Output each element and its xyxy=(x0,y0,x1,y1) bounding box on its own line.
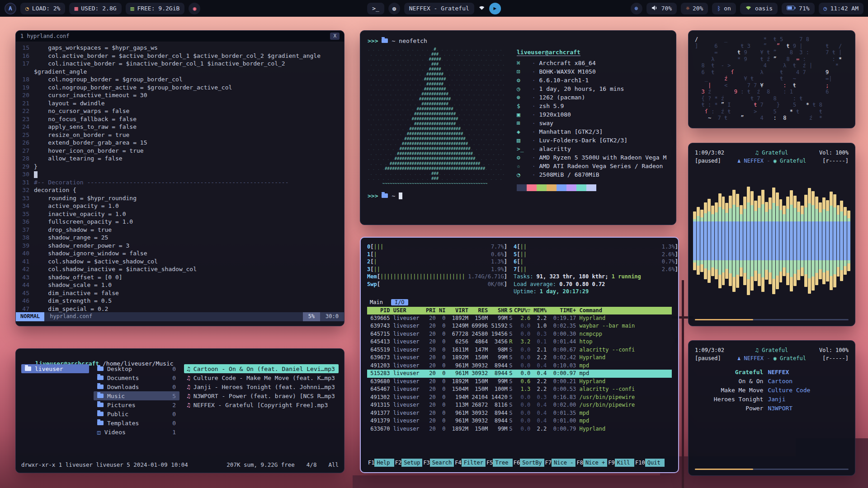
editor-line[interactable]: 31#-- Decoration -----------------------… xyxy=(16,179,344,187)
editor-line[interactable]: 40 shadow_ignore_window = false xyxy=(16,250,344,258)
playlist-item[interactable]: PowerN3WPORT xyxy=(695,405,849,414)
editor-line[interactable]: 24 apply_sens_to_raw = false xyxy=(16,123,344,131)
editor-line[interactable]: 33 rounding = $hypr_rounding xyxy=(16,195,344,203)
editor-line[interactable]: 22 no_cursor_warps = false xyxy=(16,108,344,116)
fkey-f2[interactable]: F2Setup xyxy=(394,459,423,467)
progress-bar[interactable] xyxy=(695,319,849,320)
fkey-f5[interactable]: F5Tree xyxy=(486,459,513,467)
archcraft-logo[interactable]: A xyxy=(5,3,16,14)
process-row[interactable]: 645467liveuser2001504M150M100MS1.32.20:0… xyxy=(367,385,672,394)
editor-line[interactable]: $gradient_angle xyxy=(16,68,344,76)
clock-widget[interactable]: ◷11:42 AM xyxy=(819,3,863,14)
editor-line[interactable]: 44 shadow_scale = 1.0 xyxy=(16,282,344,290)
network-globe-button[interactable]: ⊕ xyxy=(631,3,642,14)
editor-line[interactable]: 25 resize_on_border = true xyxy=(16,131,344,140)
process-row[interactable]: 491302liveuser200194M2410414420S0.00.30:… xyxy=(367,394,672,402)
send-button[interactable]: ▶ xyxy=(489,3,501,14)
editor-line[interactable]: 45 dim_inactive = false xyxy=(16,290,344,298)
process-row[interactable]: 645715liveuser200677282458019456S0.00.30… xyxy=(367,330,672,338)
fkey-f7[interactable]: F7Nice - xyxy=(544,459,576,467)
battery-widget[interactable]: 71% xyxy=(782,3,814,14)
editor-line[interactable]: 17 col.inactive_border = $inactive_borde… xyxy=(16,60,344,68)
file-row[interactable]: ♫N3WPORT - Power (feat. braev) [NCS R…mp… xyxy=(184,391,339,400)
editor-line[interactable]: 29} xyxy=(16,163,344,171)
load-widget[interactable]: ◔LOAD: 2% xyxy=(20,3,65,14)
editor-line[interactable]: 16 col.active_border = $active_border_co… xyxy=(16,52,344,61)
editor-line[interactable]: 15 gaps_workspaces = $hypr_gaps_ws xyxy=(16,44,344,52)
terminal-shortcut[interactable]: >_ xyxy=(367,3,384,14)
process-row[interactable]: 491315liveuser200113M268728116S0.00.40:0… xyxy=(367,401,672,409)
process-row[interactable]: 515283liveuser200961M309328944S0.00.40:0… xyxy=(367,370,672,378)
dir-row[interactable]: Pictures2 xyxy=(94,400,179,409)
playlist-item[interactable]: Make Me MoveCulture Code xyxy=(695,387,849,396)
editor-line[interactable]: 23 no_focus_fallback = false xyxy=(16,116,344,124)
playlist-item[interactable]: On & OnCartoon xyxy=(695,378,849,387)
process-row[interactable]: 639665liveuser2001892M150M99MS2.62.20:19… xyxy=(367,314,672,323)
volume-widget[interactable]: 70% xyxy=(646,3,677,14)
playlist-item[interactable]: GratefulNEFFEX xyxy=(695,369,849,378)
dir-row[interactable]: Public0 xyxy=(94,409,179,418)
tab-io[interactable]: I/O xyxy=(391,299,408,305)
close-button[interactable]: X xyxy=(330,33,340,40)
parent-dir-row[interactable]: liveuser xyxy=(21,364,89,373)
dir-row[interactable]: Desktop0 xyxy=(94,364,179,373)
process-row[interactable]: 645519liveuser2001611M147M98MS0.02.10:00… xyxy=(367,346,672,354)
process-row[interactable]: 491379liveuser200961M309328944S0.00.40:0… xyxy=(367,417,672,425)
fkey-f4[interactable]: F4Filter xyxy=(454,459,486,467)
process-row[interactable]: 491203liveuser200961M309328944S0.00.40:1… xyxy=(367,362,672,370)
dir-row[interactable]: Downloads0 xyxy=(94,382,179,391)
tab-main[interactable]: Main xyxy=(367,299,386,305)
progress-bar[interactable] xyxy=(695,469,849,470)
process-row[interactable]: 639673liveuser2001892M150M99MS0.02.20:02… xyxy=(367,354,672,362)
editor-line[interactable]: 20 cursor_inactive_timeout = 30 xyxy=(16,92,344,100)
editor-line[interactable]: 42 col.shadow_inactive = $inactive_shado… xyxy=(16,266,344,274)
file-row[interactable]: ♫Cartoon - On & On (feat. Daniel Levi…mp… xyxy=(184,364,339,373)
disk-widget[interactable]: ▥FREE: 9.2GiB xyxy=(126,3,185,14)
wifi-widget[interactable]: oasis xyxy=(740,3,778,14)
htop-header[interactable]: PIDUSERPRINIVIRTRESSHRSCPU%▽MEM%TIME+Com… xyxy=(367,307,672,314)
fkey-f10[interactable]: F10Quit xyxy=(634,459,665,467)
process-row[interactable]: 633670liveuser2001892M150M99MS0.02.20:00… xyxy=(367,425,672,433)
file-row[interactable]: ♫Janji - Heroes Tonight (feat. Johnni…mp… xyxy=(184,382,339,391)
fkey-f9[interactable]: F9Kill xyxy=(607,459,634,467)
process-row[interactable]: 639680liveuser2001892M150M99MS0.62.20:00… xyxy=(367,378,672,386)
file-row[interactable]: ♫Culture Code - Make Me Move (feat. K…mp… xyxy=(184,373,339,382)
playlist-item[interactable]: Heroes TonightJanji xyxy=(695,396,849,405)
dir-row[interactable]: Templates0 xyxy=(94,418,179,427)
fkey-f8[interactable]: F8Nice + xyxy=(576,459,607,467)
process-row[interactable]: 639743liveuser2001249M6999651592S0.01.00… xyxy=(367,322,672,330)
dir-row[interactable]: ◫Videos1 xyxy=(94,427,179,436)
now-playing-widget[interactable]: NEFFEX - Grateful xyxy=(404,3,474,14)
editor-line[interactable]: 41 col.shadow = $active_shadow_col xyxy=(16,258,344,266)
dir-row[interactable]: Documents0 xyxy=(94,373,179,382)
fkey-f1[interactable]: F1Help xyxy=(367,459,394,467)
editor-line[interactable]: 38 shadow_range = 25 xyxy=(16,234,344,242)
editor-line[interactable]: 37 drop_shadow = true xyxy=(16,226,344,235)
fkey-f6[interactable]: F6SortBy xyxy=(513,459,544,467)
editor-line[interactable]: 43 shadow_offset = [0 0] xyxy=(16,274,344,282)
wifi-icon[interactable] xyxy=(478,5,485,12)
editor-line[interactable]: 18 col.nogroup_border = $group_border_co… xyxy=(16,76,344,84)
editor-line[interactable]: 34 active_opacity = 1.0 xyxy=(16,202,344,211)
eye-toggle[interactable]: ◉ xyxy=(189,3,200,14)
editor-line[interactable]: 30 xyxy=(16,171,344,179)
fkey-f3[interactable]: F3Search xyxy=(422,459,454,467)
process-row[interactable]: 491377liveuser200961M309328944S0.00.40:0… xyxy=(367,409,672,418)
editor-line[interactable]: 28 allow_tearing = false xyxy=(16,155,344,163)
editor-line[interactable]: 19 col.nogroup_border_active = $group_bo… xyxy=(16,84,344,92)
brightness-widget[interactable]: ☼20% xyxy=(681,3,708,14)
editor-line[interactable]: 35 inactive_opacity = 1.0 xyxy=(16,211,344,219)
file-row[interactable]: ♫NEFFEX - Grateful [Copyright Free].mp3 xyxy=(184,400,339,409)
editor-line[interactable]: 39 shadow_render_power = 3 xyxy=(16,242,344,250)
launcher-button[interactable]: ◍ xyxy=(388,3,400,14)
editor-line[interactable]: 46 dim_strength = 0.5 xyxy=(16,297,344,305)
editor-line[interactable]: 27 hover_icon_on_border = true xyxy=(16,147,344,155)
dir-row[interactable]: Music5 xyxy=(94,391,179,400)
editor-line[interactable]: 36 fullscreen_opacity = 1.0 xyxy=(16,218,344,226)
memory-widget[interactable]: ▦USED: 2.8G xyxy=(69,3,121,14)
editor-line[interactable]: 32decoration { xyxy=(16,187,344,195)
editor-line[interactable]: 26 extend_border_grab_area = 15 xyxy=(16,139,344,147)
bluetooth-widget[interactable]: ᛒon xyxy=(712,3,736,14)
process-row[interactable]: 645413liveuser200625648643456R3.20.10:01… xyxy=(367,338,672,346)
editor-line[interactable]: 21 layout = dwindle xyxy=(16,100,344,108)
